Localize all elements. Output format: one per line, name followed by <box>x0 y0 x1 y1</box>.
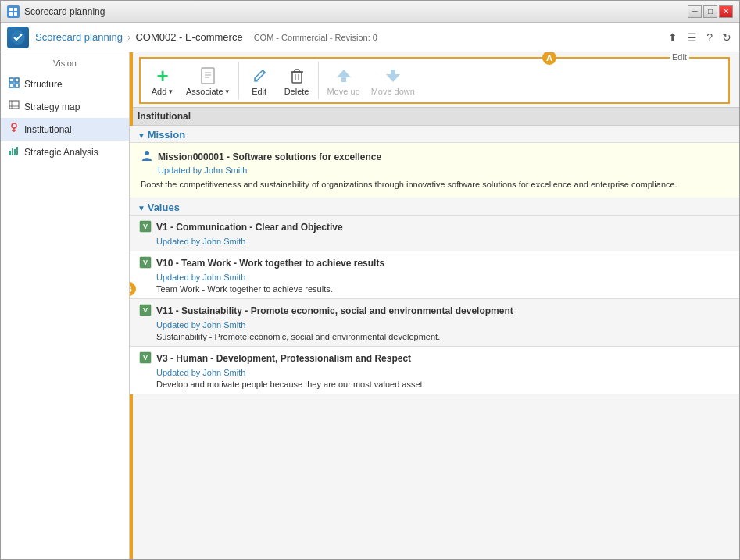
minimize-button[interactable]: ─ <box>688 5 702 18</box>
mission-title: ▼ Mission <box>138 129 185 141</box>
app-icon <box>7 5 20 18</box>
svg-rect-9 <box>9 101 19 109</box>
v10-title: V10 - Team Work - Work together to achie… <box>156 258 384 269</box>
v3-text: Develop and motivate people because they… <box>139 380 730 389</box>
svg-rect-5 <box>9 78 13 82</box>
sidebar-strategy-map-label: Strategy map <box>24 102 80 112</box>
mission-section-header: ▼ Mission <box>130 126 739 143</box>
mission-arrow: ▼ <box>138 131 148 140</box>
value-v10-row: V V10 - Team Work - Work together to ach… <box>130 251 739 299</box>
section-bar: Institutional <box>130 107 739 126</box>
svg-rect-6 <box>15 78 19 82</box>
app-logo <box>7 27 29 48</box>
value-v11-row: V V11 - Sustainability - Promote economi… <box>130 299 739 347</box>
svg-text:V: V <box>143 223 148 230</box>
v11-updated: Updated by John Smith <box>139 320 730 330</box>
sidebar-institutional-label: Institutional <box>24 124 72 135</box>
mission-card-icon <box>141 149 153 164</box>
sidebar-item-strategy-map[interactable]: Strategy map <box>1 95 129 118</box>
refresh-icon[interactable]: ↻ <box>720 30 733 45</box>
svg-rect-18 <box>16 147 18 155</box>
svg-text:V: V <box>143 354 148 362</box>
breadcrumb-parent[interactable]: Scorecard planning <box>35 31 123 43</box>
sidebar-item-strategic-analysis[interactable]: Strategic Analysis <box>1 141 129 163</box>
list-icon[interactable]: ☰ <box>685 30 699 45</box>
delete-label: Delete <box>284 87 309 96</box>
v11-header: V V11 - Sustainability - Promote economi… <box>139 304 730 319</box>
add-icon: + <box>156 65 168 87</box>
mission-card-header: Mission000001 - Software solutions for e… <box>141 149 728 164</box>
v3-icon: V <box>139 351 152 366</box>
breadcrumb-separator: › <box>127 31 130 43</box>
mission-card-text: Boost the competitiveness and sustainabi… <box>141 178 728 191</box>
svg-text:V: V <box>143 259 148 266</box>
sidebar: Vision Structure <box>1 52 130 559</box>
delete-button[interactable]: Delete <box>278 62 316 99</box>
associate-icon <box>199 65 216 87</box>
svg-rect-19 <box>202 68 214 84</box>
mission-card: Mission000001 - Software solutions for e… <box>130 143 739 198</box>
svg-point-35 <box>145 151 149 155</box>
main-window: Scorecard planning ─ □ ✕ Scorecard plann… <box>0 0 740 560</box>
v11-title: V11 - Sustainability - Promote economic,… <box>156 305 513 316</box>
value-v3-row: V V3 - Human - Development, Professional… <box>130 347 739 394</box>
v3-title: V3 - Human - Development, Professionalis… <box>156 353 411 364</box>
toolbar-separator-1 <box>238 62 239 99</box>
up-arrow-icon[interactable]: ⬆ <box>667 30 679 45</box>
svg-text:V: V <box>143 306 148 314</box>
svg-rect-0 <box>9 8 13 11</box>
scroll-content[interactable]: B ▼ Mission <box>130 126 739 559</box>
sidebar-strategic-analysis-label: Strategic Analysis <box>24 147 98 158</box>
strategic-analysis-icon <box>9 145 20 159</box>
svg-rect-3 <box>14 12 17 16</box>
v1-updated: Updated by John Smith <box>139 237 730 246</box>
v11-text: Sustainability - Promote economic, socia… <box>139 332 730 341</box>
breadcrumb: Scorecard planning › COM002 - E-commerce… <box>35 31 667 43</box>
delete-icon <box>289 65 305 87</box>
toolbar-edit-label: Edit <box>670 52 689 62</box>
sidebar-structure-label: Structure <box>24 79 63 90</box>
toolbar-separator-2 <box>318 62 319 99</box>
v10-updated: Updated by John Smith <box>139 273 730 282</box>
maximize-button[interactable]: □ <box>703 5 717 18</box>
title-bar: Scorecard planning ─ □ ✕ <box>1 1 739 23</box>
mission-card-updated: Updated by John Smith <box>141 166 728 175</box>
help-icon[interactable]: ? <box>705 30 714 45</box>
svg-rect-32 <box>341 77 346 82</box>
title-bar-controls: ─ □ ✕ <box>688 5 733 18</box>
svg-marker-31 <box>337 70 351 77</box>
add-button[interactable]: + Add ▼ <box>145 62 180 99</box>
svg-rect-17 <box>14 149 16 155</box>
v1-header: V V1 - Communication - Clear and Objecti… <box>139 220 730 235</box>
sidebar-vision-label: Vision <box>1 55 129 73</box>
edit-button[interactable]: Edit <box>242 62 277 99</box>
move-up-label: Move up <box>327 87 359 96</box>
breadcrumb-meta: COM - Commercial - Revision: 0 <box>254 33 377 42</box>
move-up-icon <box>335 65 352 87</box>
mission-card-title: Mission000001 - Software solutions for e… <box>158 152 381 162</box>
v10-text: Team Work - Work together to achieve res… <box>139 284 730 294</box>
associate-button[interactable]: Associate ▼ <box>181 62 235 99</box>
institutional-icon <box>9 123 20 136</box>
sidebar-item-structure[interactable]: Structure <box>1 73 129 95</box>
values-arrow: ▼ <box>138 204 148 212</box>
section-bar-label: Institutional <box>138 111 191 122</box>
svg-rect-1 <box>14 8 17 11</box>
move-up-button[interactable]: Move up <box>322 62 364 99</box>
app-header: Scorecard planning › COM002 - E-commerce… <box>1 23 739 52</box>
main-area: Vision Structure <box>1 52 739 559</box>
breadcrumb-current: COM002 - E-commerce <box>135 31 242 43</box>
move-down-icon <box>384 65 402 87</box>
edit-label: Edit <box>252 87 266 96</box>
svg-rect-16 <box>12 148 13 155</box>
v3-updated: Updated by John Smith <box>139 368 730 377</box>
v3-header: V V3 - Human - Development, Professional… <box>139 351 730 366</box>
sidebar-item-institutional[interactable]: Institutional <box>1 118 129 141</box>
value-v1-row: V V1 - Communication - Clear and Objecti… <box>130 216 739 251</box>
close-button[interactable]: ✕ <box>719 5 733 18</box>
associate-label: Associate ▼ <box>186 87 231 96</box>
svg-rect-7 <box>9 84 13 87</box>
svg-rect-15 <box>9 151 11 155</box>
edit-icon <box>252 65 267 87</box>
move-down-button[interactable]: Move down <box>366 62 420 99</box>
